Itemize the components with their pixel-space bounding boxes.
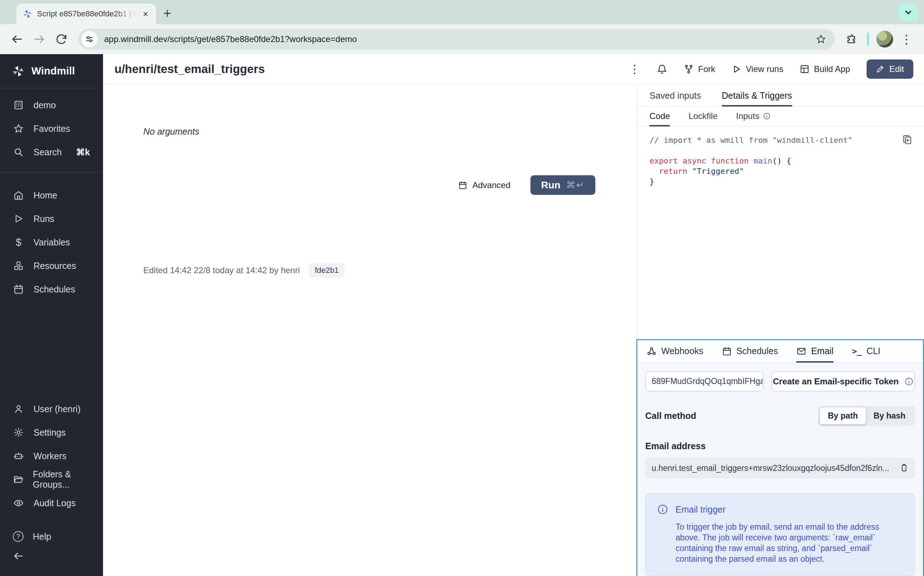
windmill-logo-icon bbox=[12, 65, 24, 77]
copy-code-icon[interactable] bbox=[902, 134, 913, 145]
home-icon bbox=[13, 190, 24, 200]
site-settings-icon[interactable] bbox=[81, 31, 98, 47]
sidebar-item-label: Folders & Groups... bbox=[33, 469, 90, 490]
cubes-icon bbox=[13, 261, 24, 271]
email-address-label: Email address bbox=[645, 441, 915, 451]
reload-button[interactable] bbox=[52, 30, 71, 48]
sidebar-item-home[interactable]: Home bbox=[0, 184, 103, 207]
sidebar-item-label: Audit Logs bbox=[34, 498, 75, 508]
by-path-option[interactable]: By path bbox=[820, 408, 866, 424]
subtab-lockfile[interactable]: Lockfile bbox=[688, 111, 717, 126]
calendar-icon bbox=[722, 346, 732, 356]
star-icon bbox=[13, 123, 24, 134]
fork-icon bbox=[684, 64, 694, 74]
trigger-email-address[interactable]: u.henri.test_email_triggers+mrsw23zlouxg… bbox=[645, 458, 915, 478]
info-circle-icon bbox=[763, 112, 771, 120]
workspace-icon bbox=[13, 100, 24, 110]
run-button[interactable]: Run ⌘↵ bbox=[531, 175, 595, 195]
script-menu-icon[interactable]: ⋮ bbox=[629, 63, 640, 75]
tab-saved-inputs[interactable]: Saved inputs bbox=[650, 91, 701, 107]
browser-tab[interactable]: Script e857be88e0fde2b1 | W × bbox=[16, 3, 156, 24]
sidebar-item-favorites[interactable]: Favorites bbox=[0, 117, 103, 140]
fork-button[interactable]: Fork bbox=[684, 64, 715, 74]
collapse-sidebar-icon[interactable] bbox=[13, 550, 90, 562]
build-app-button[interactable]: Build App bbox=[800, 64, 850, 74]
view-runs-button[interactable]: View runs bbox=[732, 64, 783, 74]
profile-avatar[interactable] bbox=[876, 30, 894, 48]
tab-schedules[interactable]: Schedules bbox=[722, 346, 778, 363]
bookmark-star-icon[interactable] bbox=[816, 34, 826, 45]
tab-email[interactable]: Email bbox=[796, 346, 833, 363]
browser-menu-icon[interactable]: ⋮ bbox=[897, 33, 916, 45]
search-shortcut: ⌘k bbox=[76, 147, 90, 157]
advanced-button[interactable]: Advanced bbox=[458, 180, 510, 190]
sidebar-item-label: Settings bbox=[34, 427, 66, 438]
sidebar-item-label: Help bbox=[33, 531, 51, 542]
edit-button[interactable]: Edit bbox=[866, 59, 913, 79]
sidebar-item-label: Home bbox=[34, 190, 58, 200]
webhook-icon bbox=[646, 346, 657, 356]
email-token-input[interactable]: 689FMudGrdqQOq1qmbIFHgaN bbox=[645, 371, 764, 392]
sidebar-item-runs[interactable]: Runs bbox=[0, 207, 103, 230]
play-icon bbox=[732, 64, 741, 74]
eye-icon bbox=[13, 498, 24, 508]
content: u/henri/test_email_triggers ⋮ Fork bbox=[103, 54, 924, 576]
calendar-icon bbox=[13, 284, 24, 294]
url-text[interactable]: app.windmill.dev/scripts/get/e857be88e0f… bbox=[104, 34, 809, 44]
sidebar-item-user[interactable]: User (henri) bbox=[0, 397, 103, 421]
subtab-code[interactable]: Code bbox=[650, 111, 670, 126]
trigger-tabs: Webhooks Schedules bbox=[637, 340, 923, 363]
sidebar-item-settings[interactable]: Settings bbox=[0, 421, 103, 444]
run-shortcut: ⌘↵ bbox=[566, 179, 585, 190]
create-email-token-button[interactable]: Create an Email-specific Token bbox=[772, 371, 915, 392]
folder-icon bbox=[13, 474, 24, 485]
copy-email-icon[interactable] bbox=[899, 463, 909, 473]
play-icon bbox=[13, 214, 24, 224]
tab-cli[interactable]: >_ CLI bbox=[852, 346, 881, 363]
by-hash-option[interactable]: By hash bbox=[866, 408, 913, 424]
sidebar-item-label: Schedules bbox=[34, 284, 75, 294]
sidebar-item-folders-groups[interactable]: Folders & Groups... bbox=[0, 468, 103, 491]
sidebar-item-help[interactable]: ? Help bbox=[0, 525, 103, 548]
version-hash-badge[interactable]: fde2b1 bbox=[309, 263, 344, 277]
tab-details-triggers[interactable]: Details & Triggers bbox=[722, 91, 792, 107]
sidebar: Windmill demo Favorites bbox=[0, 54, 103, 576]
new-tab-button[interactable]: + bbox=[163, 6, 171, 20]
search-icon bbox=[13, 147, 24, 157]
tab-title: Script e857be88e0fde2b1 | W bbox=[37, 9, 136, 18]
forward-button[interactable] bbox=[30, 30, 48, 48]
back-button[interactable] bbox=[8, 30, 26, 48]
sidebar-item-label: Runs bbox=[34, 214, 54, 224]
details-panel: Saved inputs Details & Triggers Code Loc… bbox=[636, 85, 924, 576]
sidebar-item-search[interactable]: Search ⌘k bbox=[0, 140, 103, 164]
gear-icon bbox=[13, 427, 24, 438]
page-title: u/henri/test_email_triggers bbox=[114, 62, 265, 76]
sidebar-item-resources[interactable]: Resources bbox=[0, 254, 103, 277]
windmill-favicon-icon bbox=[23, 9, 32, 19]
user-icon bbox=[13, 403, 24, 414]
tab-strip-chevron-button[interactable] bbox=[898, 3, 918, 21]
subtab-inputs[interactable]: Inputs bbox=[736, 111, 771, 126]
extensions-icon[interactable] bbox=[845, 34, 857, 45]
sidebar-item-workspace[interactable]: demo bbox=[0, 93, 103, 117]
robot-icon bbox=[13, 451, 24, 461]
info-title: Email trigger bbox=[675, 504, 725, 515]
sidebar-item-workers[interactable]: Workers bbox=[0, 444, 103, 468]
notifications-bell-icon[interactable] bbox=[657, 64, 667, 74]
page-header: u/henri/test_email_triggers ⋮ Fork bbox=[103, 54, 924, 85]
code-viewer[interactable]: // import * as wmill from "windmill-clie… bbox=[637, 126, 924, 339]
info-circle-icon bbox=[905, 377, 914, 386]
tab-close-icon[interactable]: × bbox=[141, 8, 150, 19]
windmill-app: Windmill demo Favorites bbox=[0, 54, 924, 576]
email-trigger-info-box: Email trigger To trigger the job by emai… bbox=[645, 493, 915, 576]
sidebar-item-variables[interactable]: $ Variables bbox=[0, 230, 103, 254]
envelope-icon bbox=[796, 346, 806, 356]
sidebar-item-audit-logs[interactable]: Audit Logs bbox=[0, 491, 103, 515]
code-subtabs: Code Lockfile Inputs bbox=[637, 107, 924, 126]
calendar-icon bbox=[458, 181, 467, 190]
sidebar-item-label: Search bbox=[34, 147, 62, 157]
sidebar-item-schedules[interactable]: Schedules bbox=[0, 277, 103, 301]
brand[interactable]: Windmill bbox=[0, 54, 103, 88]
url-bar[interactable]: app.windmill.dev/scripts/get/e857be88e0f… bbox=[79, 29, 835, 50]
tab-webhooks[interactable]: Webhooks bbox=[646, 346, 703, 363]
